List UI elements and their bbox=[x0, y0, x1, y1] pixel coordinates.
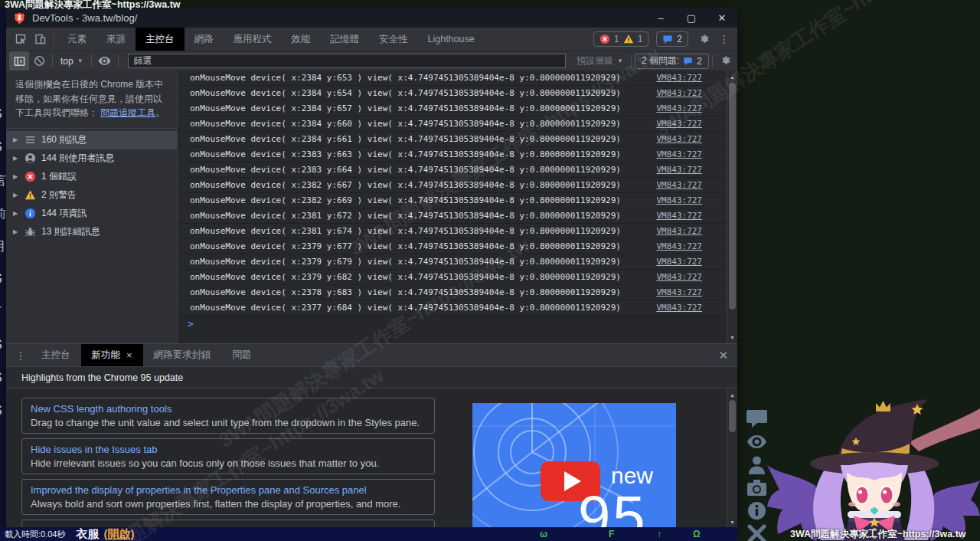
source-location-link[interactable]: VM843:727 bbox=[656, 257, 702, 267]
comment-icon[interactable] bbox=[746, 409, 767, 428]
console-prompt-row[interactable]: > bbox=[178, 316, 727, 333]
console-log-row[interactable]: onMouseMove device( x:2379 y:679 ) view(… bbox=[178, 254, 727, 270]
console-log-row[interactable]: onMouseMove device( x:2377 y:684 ) view(… bbox=[178, 300, 727, 316]
expand-caret-icon[interactable]: ▶ bbox=[13, 228, 19, 235]
settings-gear-icon[interactable] bbox=[694, 29, 714, 49]
console-log-row[interactable]: onMouseMove device( x:2378 y:683 ) view(… bbox=[178, 285, 727, 300]
tab-網路[interactable]: 網路 bbox=[185, 28, 224, 51]
console-log-row[interactable]: onMouseMove device( x:2383 y:664 ) view(… bbox=[178, 162, 727, 178]
log-level-dropdown[interactable]: 預設層級▼ bbox=[577, 54, 623, 67]
console-status-badges[interactable]: 1 1 bbox=[593, 31, 648, 47]
tab-記憶體[interactable]: 記憶體 bbox=[321, 28, 370, 51]
sidebar-item-error[interactable]: ▶ 1 個錯誤 bbox=[6, 168, 177, 186]
tab-元素[interactable]: 元素 bbox=[57, 28, 96, 51]
live2d-witch-character[interactable] bbox=[767, 395, 980, 541]
eye-icon[interactable] bbox=[746, 432, 767, 451]
drawer-tab-問題[interactable]: 問題 bbox=[222, 344, 263, 367]
scroll-down-icon[interactable]: ▼ bbox=[727, 517, 737, 526]
scrollbar-thumb[interactable] bbox=[729, 400, 736, 432]
source-location-link[interactable]: VM843:727 bbox=[656, 134, 702, 144]
live-expression-eye-icon[interactable] bbox=[95, 51, 115, 71]
tab-Lighthouse[interactable]: Lighthouse bbox=[418, 28, 485, 51]
source-location-link[interactable]: VM843:727 bbox=[656, 149, 702, 159]
source-location-link[interactable]: VM843:727 bbox=[656, 272, 702, 282]
minimize-button[interactable]: – bbox=[645, 8, 676, 28]
sidebar-item-info[interactable]: ▶ 144 項資訊 bbox=[6, 205, 177, 223]
source-location-link[interactable]: VM843:727 bbox=[656, 103, 702, 113]
drawer-tab-主控台[interactable]: 主控台 bbox=[31, 344, 81, 367]
source-location-link[interactable]: VM843:727 bbox=[656, 226, 702, 236]
chrome95-video-thumbnail[interactable]: new 95 bbox=[472, 403, 676, 527]
tab-close-icon[interactable]: × bbox=[126, 349, 132, 361]
scrollbar-thumb[interactable] bbox=[729, 83, 736, 310]
context-selector[interactable]: top▼ bbox=[60, 56, 83, 67]
clear-console-icon[interactable] bbox=[29, 51, 49, 71]
scroll-up-icon[interactable]: ▲ bbox=[727, 390, 737, 399]
source-location-link[interactable]: VM843:727 bbox=[656, 180, 702, 190]
console-scrollbar[interactable]: ▲ ▼ bbox=[727, 70, 737, 343]
card-title-link[interactable]: New CSS length authoring tools bbox=[31, 403, 426, 415]
console-log-row[interactable]: onMouseMove device( x:2381 y:674 ) view(… bbox=[178, 224, 727, 239]
expand-caret-icon[interactable]: ▶ bbox=[13, 155, 19, 162]
console-log-row[interactable]: onMouseMove device( x:2384 y:660 ) view(… bbox=[178, 116, 727, 132]
sidebar-item-bug[interactable]: ▶ 13 則詳細訊息 bbox=[6, 223, 177, 241]
source-location-link[interactable]: VM843:727 bbox=[656, 195, 702, 205]
source-location-link[interactable]: VM843:727 bbox=[656, 88, 702, 98]
console-log-row[interactable]: onMouseMove device( x:2384 y:657 ) view(… bbox=[178, 101, 727, 116]
expand-caret-icon[interactable]: ▶ bbox=[13, 210, 19, 217]
whats-new-card: Hide issues in the Issues tab Hide irrel… bbox=[21, 438, 435, 474]
source-location-link[interactable]: VM843:727 bbox=[656, 165, 702, 175]
console-sidebar-toggle-icon[interactable] bbox=[9, 51, 29, 71]
console-log-row[interactable]: onMouseMove device( x:2382 y:669 ) view(… bbox=[178, 193, 727, 208]
inspect-element-icon[interactable] bbox=[11, 29, 31, 49]
camera-icon[interactable] bbox=[746, 478, 767, 497]
device-toolbar-icon[interactable] bbox=[31, 29, 51, 49]
console-log-row[interactable]: onMouseMove device( x:2384 y:653 ) view(… bbox=[178, 70, 727, 86]
filter-input[interactable]: 篩選 bbox=[128, 54, 566, 68]
kebab-menu-icon[interactable]: ⋮ bbox=[714, 29, 734, 49]
source-location-link[interactable]: VM843:727 bbox=[656, 119, 702, 129]
expand-caret-icon[interactable]: ▶ bbox=[13, 192, 19, 198]
source-location-link[interactable]: VM843:727 bbox=[656, 287, 702, 297]
drawer-tab-網路要求封鎖[interactable]: 網路要求封鎖 bbox=[143, 344, 222, 367]
close-x-icon[interactable] bbox=[746, 524, 767, 541]
maximize-button[interactable]: ▢ bbox=[676, 8, 707, 28]
console-log-row[interactable]: onMouseMove device( x:2381 y:672 ) view(… bbox=[178, 208, 727, 224]
issue-tracker-link[interactable]: 問題追蹤工具 bbox=[100, 107, 155, 118]
console-log-row[interactable]: onMouseMove device( x:2379 y:682 ) view(… bbox=[178, 270, 727, 285]
console-settings-gear-icon[interactable] bbox=[716, 51, 736, 71]
tab-應用程式[interactable]: 應用程式 bbox=[224, 28, 282, 51]
close-button[interactable]: ✕ bbox=[707, 8, 737, 28]
sidebar-item-list[interactable]: ▶ 160 則訊息 bbox=[6, 131, 177, 149]
issues-badge[interactable]: 2 bbox=[656, 31, 688, 47]
info-icon[interactable] bbox=[746, 501, 767, 520]
tab-主控台[interactable]: 主控台 bbox=[136, 28, 185, 51]
console-log-row[interactable]: onMouseMove device( x:2379 y:677 ) view(… bbox=[178, 239, 727, 254]
tab-安全性[interactable]: 安全性 bbox=[369, 28, 418, 51]
sidebar-item-user[interactable]: ▶ 144 則使用者訊息 bbox=[6, 149, 177, 168]
drawer-tab-新功能[interactable]: 新功能× bbox=[81, 344, 143, 367]
drawer-close-icon[interactable]: ✕ bbox=[718, 349, 728, 362]
source-location-link[interactable]: VM843:727 bbox=[656, 73, 702, 83]
expand-caret-icon[interactable]: ▶ bbox=[13, 136, 19, 143]
source-location-link[interactable]: VM843:727 bbox=[656, 303, 702, 313]
drawer-kebab-icon[interactable]: ⋮ bbox=[11, 346, 31, 366]
card-title-link[interactable]: Improved the display of properties in th… bbox=[31, 484, 426, 496]
scroll-down-icon[interactable]: ▼ bbox=[727, 333, 737, 342]
source-location-link[interactable]: VM843:727 bbox=[656, 241, 702, 251]
card-title-link[interactable]: Hide issues in the Issues tab bbox=[31, 444, 426, 455]
console-log-row[interactable]: onMouseMove device( x:2384 y:654 ) view(… bbox=[178, 86, 727, 101]
source-location-link[interactable]: VM843:727 bbox=[656, 211, 702, 221]
sidebar-item-warning[interactable]: ▶ 2 則警告 bbox=[6, 186, 177, 205]
drawer-scrollbar[interactable]: ▲ ▼ bbox=[727, 389, 737, 527]
person-icon[interactable] bbox=[746, 455, 767, 474]
tab-效能[interactable]: 效能 bbox=[282, 28, 321, 51]
expand-caret-icon[interactable]: ▶ bbox=[13, 173, 19, 180]
tab-來源[interactable]: 來源 bbox=[96, 28, 136, 51]
clothes-toggle-link[interactable]: (開啟) bbox=[103, 527, 134, 541]
console-log-row[interactable]: onMouseMove device( x:2382 y:667 ) view(… bbox=[178, 178, 727, 193]
console-log-row[interactable]: onMouseMove device( x:2383 y:663 ) view(… bbox=[178, 147, 727, 162]
issues-counter-button[interactable]: 2 個問題: 2 bbox=[635, 54, 709, 69]
scroll-up-icon[interactable]: ▲ bbox=[727, 72, 737, 81]
console-log-row[interactable]: onMouseMove device( x:2384 y:661 ) view(… bbox=[178, 132, 727, 147]
